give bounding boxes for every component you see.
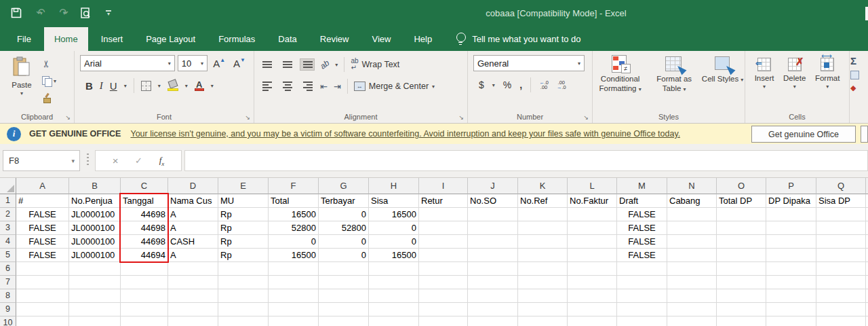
cell-P9[interactable] xyxy=(766,303,816,316)
cell-N7[interactable] xyxy=(667,276,717,289)
fill-icon-partial[interactable] xyxy=(850,71,859,79)
cell-O8[interactable] xyxy=(717,289,766,303)
tab-formulas[interactable]: Formulas xyxy=(208,27,265,51)
percent-button[interactable]: % xyxy=(503,79,511,90)
borders-caret-icon[interactable]: ▾ xyxy=(158,83,161,89)
decrease-indent-icon[interactable]: ⇤ xyxy=(320,82,328,92)
column-header-I[interactable]: I xyxy=(419,178,468,194)
orientation-button[interactable]: ab xyxy=(318,58,331,71)
cell-A8[interactable] xyxy=(16,289,69,303)
cell-G4[interactable]: 0 xyxy=(319,235,369,249)
cell-P1[interactable]: DP Dipaka xyxy=(766,194,816,208)
cell-I6[interactable] xyxy=(419,262,468,276)
cut-button[interactable]: ✂ xyxy=(42,58,56,70)
cell-N8[interactable] xyxy=(667,289,717,303)
cell-I4[interactable] xyxy=(419,235,468,249)
redo-icon[interactable]: ↷▾ xyxy=(56,5,69,21)
enter-icon[interactable]: ✓ xyxy=(135,156,142,166)
cell-H9[interactable] xyxy=(369,303,419,316)
cell-A7[interactable] xyxy=(16,276,69,289)
cell-D3[interactable]: A xyxy=(168,221,218,235)
partial-button[interactable] xyxy=(861,126,868,143)
cell-styles-button[interactable]: Cell Styles ▾ xyxy=(702,55,744,94)
row-header-10[interactable]: 10 xyxy=(0,316,16,326)
cell-J8[interactable] xyxy=(468,289,518,303)
column-header-B[interactable]: B xyxy=(69,178,121,194)
autosum-icon-partial[interactable]: Σ xyxy=(850,55,856,67)
increase-indent-icon[interactable]: ⇥ xyxy=(334,82,341,92)
cell-A10[interactable] xyxy=(16,316,69,326)
cell-L4[interactable] xyxy=(568,235,617,249)
cell-O7[interactable] xyxy=(717,276,766,289)
cell-L1[interactable]: No.Faktur xyxy=(568,194,617,208)
cell-E8[interactable] xyxy=(218,289,269,303)
cell-I5[interactable] xyxy=(419,249,468,262)
name-box[interactable]: F8 ▾ xyxy=(3,150,80,171)
cell-I2[interactable] xyxy=(419,208,468,221)
cell-B5[interactable]: JL0000100 xyxy=(69,249,121,262)
cell-M4[interactable]: FALSE xyxy=(617,235,667,249)
tab-home[interactable]: Home xyxy=(44,27,88,51)
cell-O1[interactable]: Total DP xyxy=(717,194,766,208)
cell-I1[interactable]: Retur xyxy=(419,194,468,208)
font-dialog-launcher-icon[interactable]: ↘ xyxy=(245,114,250,121)
borders-icon[interactable] xyxy=(141,81,151,91)
cell-K2[interactable] xyxy=(518,208,568,221)
cell-F9[interactable] xyxy=(269,303,319,316)
conditional-formatting-button[interactable]: ≠ Conditional Formatting ▾ xyxy=(594,55,647,94)
cell-F3[interactable]: 52800 xyxy=(269,221,319,235)
cell-P3[interactable] xyxy=(766,221,816,235)
format-as-table-button[interactable]: Format as Table ▾ xyxy=(648,55,701,94)
customize-toolbar-icon[interactable]: ▾ xyxy=(102,5,115,21)
cell-J6[interactable] xyxy=(468,262,518,276)
cell-N6[interactable] xyxy=(667,262,717,276)
cell-D7[interactable] xyxy=(168,276,218,289)
cell-J10[interactable] xyxy=(468,316,518,326)
column-header-L[interactable]: L xyxy=(568,178,617,194)
cell-I9[interactable] xyxy=(419,303,468,316)
cell-G2[interactable]: 0 xyxy=(319,208,369,221)
cell-K8[interactable] xyxy=(518,289,568,303)
cell-E2[interactable]: Rp xyxy=(218,208,269,221)
cell-B3[interactable]: JL0000100 xyxy=(69,221,121,235)
fill-color-caret-icon[interactable]: ▾ xyxy=(185,83,188,89)
cell-H2[interactable]: 16500 xyxy=(369,208,419,221)
underline-caret-icon[interactable]: ▾ xyxy=(124,83,127,89)
cell-D2[interactable]: A xyxy=(168,208,218,221)
cell-L7[interactable] xyxy=(568,276,617,289)
italic-button[interactable]: I xyxy=(100,80,103,92)
cell-G1[interactable]: Terbayar xyxy=(319,194,369,208)
formula-input[interactable] xyxy=(184,150,868,171)
cell-P5[interactable] xyxy=(766,249,816,262)
decrease-font-button[interactable]: A▼ xyxy=(231,58,248,69)
cell-K7[interactable] xyxy=(518,276,568,289)
cell-H3[interactable]: 0 xyxy=(369,221,419,235)
cell-P4[interactable] xyxy=(766,235,816,249)
fill-color-icon[interactable] xyxy=(167,80,178,91)
cell-B1[interactable]: No.Penjua xyxy=(69,194,121,208)
cell-Q5[interactable] xyxy=(816,249,866,262)
cell-Q9[interactable] xyxy=(816,303,866,316)
cell-H10[interactable] xyxy=(369,316,419,326)
font-color-button[interactable]: A xyxy=(195,81,204,91)
cell-M7[interactable] xyxy=(617,276,667,289)
cell-J9[interactable] xyxy=(468,303,518,316)
cell-K5[interactable] xyxy=(518,249,568,262)
cancel-icon[interactable]: × xyxy=(113,155,119,166)
font-color-caret-icon[interactable]: ▾ xyxy=(211,83,214,89)
cell-D9[interactable] xyxy=(168,303,218,316)
cell-A3[interactable]: FALSE xyxy=(16,221,69,235)
clear-icon-partial[interactable]: ◆ xyxy=(850,84,856,92)
cell-L6[interactable] xyxy=(568,262,617,276)
cell-J2[interactable] xyxy=(468,208,518,221)
formula-bar-resize-handle[interactable] xyxy=(87,153,89,167)
cell-E6[interactable] xyxy=(218,262,269,276)
cell-O9[interactable] xyxy=(717,303,766,316)
genuine-office-link[interactable]: Your license isn't genuine, and you may … xyxy=(130,129,680,139)
tab-review[interactable]: Review xyxy=(310,27,359,51)
cell-C9[interactable] xyxy=(121,303,168,316)
cell-O5[interactable] xyxy=(717,249,766,262)
cell-P8[interactable] xyxy=(766,289,816,303)
row-header-8[interactable]: 8 xyxy=(0,289,16,303)
cell-E1[interactable]: MU xyxy=(218,194,269,208)
